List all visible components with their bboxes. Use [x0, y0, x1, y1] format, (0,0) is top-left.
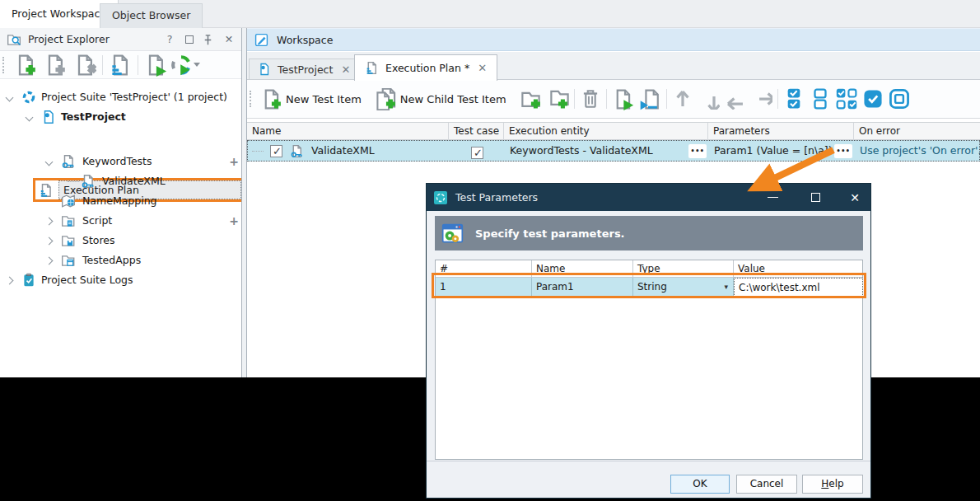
add-script-button[interactable]: + [227, 211, 240, 231]
on-error-value: Use project's 'On error'... [860, 144, 980, 157]
expander-down-icon[interactable] [26, 113, 34, 121]
tree-item-namemapping[interactable]: NameMapping [0, 191, 241, 211]
enable-all-button[interactable] [781, 83, 807, 115]
row-test-case-cell [450, 141, 505, 161]
expander-down-icon[interactable] [45, 157, 54, 166]
logs-icon [21, 273, 36, 288]
column-header-name[interactable]: Name [247, 123, 449, 141]
panel-pin-button[interactable] [202, 32, 217, 47]
tab-testproject[interactable]: TestProject ✕ [249, 59, 359, 80]
toolbar-separator [574, 89, 575, 109]
column-header-parameters[interactable]: Parameters [708, 123, 854, 141]
test-item-row[interactable]: ValidateXML KeywordTests - ValidateXML •… [247, 140, 980, 162]
dialog-close-button[interactable]: ✕ [837, 184, 873, 211]
new-child-group-button[interactable] [544, 83, 572, 115]
uncheck-all-icon [810, 88, 831, 110]
close-tab-icon[interactable]: ✕ [341, 63, 350, 76]
column-header-test-case[interactable]: Test case [449, 123, 504, 141]
tree-label: TestProject [61, 107, 126, 127]
column-header-execution-entity[interactable]: Execution entity [504, 123, 708, 141]
column-header-on-error[interactable]: On error [854, 123, 980, 141]
new-group-button[interactable] [517, 83, 544, 115]
project-explorer-header: Project Explorer ? ✕ [0, 28, 241, 51]
close-tab-icon[interactable]: ✕ [478, 62, 487, 74]
expander-right-icon[interactable] [45, 217, 54, 225]
row-parameters-cell[interactable]: Param1 (Value = [n\a]) ••• [709, 141, 855, 161]
ok-button[interactable]: OK [670, 475, 730, 494]
new-test-item-button[interactable]: New Test Item [258, 83, 372, 115]
toolbar-drag-handle[interactable] [250, 91, 254, 107]
test-case-checkbox[interactable] [471, 147, 483, 159]
tab-object-browser[interactable]: Object Browser [100, 3, 203, 28]
run-project-suite-button[interactable] [170, 53, 200, 77]
tree-label: NameMapping [82, 191, 157, 211]
add-keyword-test-button[interactable]: + [227, 152, 240, 171]
tree-item-project-suite-logs[interactable]: Project Suite Logs [0, 270, 241, 290]
toolbar-drag-handle[interactable] [2, 57, 7, 73]
tree-item-testedapps[interactable]: TestedApps [0, 250, 241, 270]
trash-icon [580, 88, 601, 110]
expander-right-icon[interactable] [6, 276, 14, 284]
project-explorer-panel: Project Explorer ? ✕ Project Suite 'Test… [0, 28, 241, 377]
tree-item-keywordtests[interactable]: KeywordTests + [0, 152, 241, 171]
tree-item-validatexml[interactable]: ValidateXML [0, 171, 241, 191]
toolbar-separator [102, 55, 103, 75]
tree-item-project-suite[interactable]: Project Suite 'TestProject' (1 project) [0, 87, 241, 107]
panel-close-button[interactable]: ✕ [222, 32, 236, 47]
enable-selected-button[interactable] [860, 83, 886, 115]
toolbar-separator [666, 89, 667, 109]
cancel-button[interactable]: Cancel [736, 475, 797, 494]
new-child-test-item-button[interactable]: New Child Test Item [372, 83, 517, 115]
tree-item-testproject[interactable]: TestProject [0, 107, 241, 127]
arrow-left-icon [725, 88, 746, 110]
row-on-error-cell[interactable]: Use project's 'On error'... [855, 141, 980, 161]
help-button[interactable]: Help [802, 475, 863, 494]
dialog-maximize-button[interactable] [797, 184, 833, 211]
panel-help-button[interactable]: ? [162, 32, 177, 47]
tree-label: Project Suite Logs [41, 270, 133, 290]
arrow-down-icon [698, 88, 720, 110]
expander-right-icon[interactable] [45, 256, 54, 265]
toggle-check-button[interactable] [833, 83, 860, 115]
disable-all-button[interactable] [807, 83, 833, 115]
panel-splitter[interactable] [241, 28, 247, 377]
panel-maximize-button[interactable] [182, 32, 197, 47]
toggle-check-icon [836, 88, 857, 110]
open-item-button[interactable] [70, 53, 100, 77]
name-mapping-icon [61, 194, 76, 208]
enabled-checkbox[interactable] [270, 145, 282, 157]
move-down-button[interactable] [696, 83, 722, 115]
move-up-button[interactable] [670, 83, 696, 115]
execution-plan-button[interactable] [105, 53, 135, 77]
expander-right-icon[interactable] [45, 236, 54, 245]
move-left-button[interactable] [722, 83, 749, 115]
move-right-button[interactable] [749, 83, 775, 115]
disable-selected-button[interactable] [886, 83, 912, 115]
keyword-test-icon [81, 174, 96, 189]
add-existing-item-button[interactable] [40, 53, 70, 77]
tab-execution-plan[interactable]: Execution Plan * ✕ [354, 54, 497, 81]
tree-item-script[interactable]: Script + [0, 211, 241, 231]
add-new-item-button[interactable] [11, 53, 40, 77]
run-project-button[interactable] [141, 53, 170, 77]
execution-entity-more-button[interactable]: ••• [688, 144, 707, 158]
toolbar-separator [606, 89, 607, 109]
expander-down-icon[interactable] [6, 93, 14, 101]
parameter-row-highlight-box [432, 273, 866, 298]
delete-button[interactable] [577, 83, 604, 115]
workspace-title: Workspace [277, 34, 333, 46]
tree-item-stores[interactable]: Stores [0, 231, 241, 250]
row-execution-entity-cell[interactable]: KeywordTests - ValidateXML ••• [505, 141, 709, 161]
stores-folder-icon [61, 233, 76, 248]
parameters-more-button[interactable]: ••• [834, 144, 852, 158]
dialog-minimize-button[interactable] [754, 184, 791, 211]
maximize-icon [185, 35, 194, 44]
run-selected-button[interactable] [637, 83, 664, 115]
tree-label: Script [82, 211, 112, 231]
banner-text: Specify test parameters. [475, 227, 625, 240]
run-to-item-icon [639, 88, 661, 110]
run-focused-item-button[interactable] [609, 83, 637, 115]
tree-label: TestedApps [82, 250, 141, 270]
dialog-title-bar[interactable]: Test Parameters ✕ [427, 184, 870, 211]
execution-plan-icon [365, 61, 379, 75]
